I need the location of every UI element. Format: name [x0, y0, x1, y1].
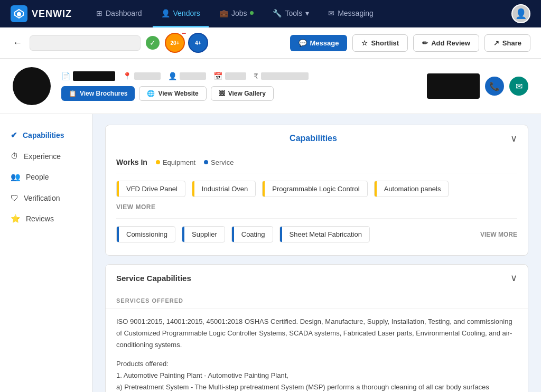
- shortlist-label: Shortlist: [371, 39, 399, 47]
- nav-dashboard[interactable]: ⊞ Dashboard: [88, 0, 151, 27]
- jobs-icon: 💼: [219, 9, 228, 17]
- service-capabilities-chevron: ∨: [510, 272, 517, 284]
- service-description-2: Products offered: 1. Automotive Painting…: [116, 358, 517, 392]
- view-brochures-label: View Brochures: [80, 90, 127, 97]
- svg-marker-1: [17, 12, 21, 17]
- badge-orange[interactable]: 20+: [165, 33, 185, 53]
- verification-label: Verification: [24, 194, 60, 202]
- nav-jobs[interactable]: 💼 Jobs: [211, 0, 263, 27]
- vendors-icon: 👤: [161, 9, 170, 17]
- meta-date: 📅: [213, 72, 246, 80]
- tag-plc-text: Programmable Logic Control: [265, 181, 367, 197]
- nav-vendors-label: Vendors: [173, 9, 200, 17]
- view-more-equipment[interactable]: VIEW MORE: [116, 201, 517, 213]
- meta-location: 📍: [123, 72, 161, 80]
- sidebar-item-reviews[interactable]: ⭐ Reviews: [0, 208, 92, 229]
- share-label: Share: [502, 39, 521, 47]
- sidebar-item-people[interactable]: 👥 People: [0, 166, 92, 188]
- people-label: People: [26, 173, 49, 181]
- service-capabilities-card: Service Capabilities ∨ SERVICES OFFERED …: [105, 264, 528, 392]
- meta-location-block: [134, 72, 161, 80]
- search-input[interactable]: [30, 35, 141, 51]
- user-avatar[interactable]: 👤: [511, 4, 530, 23]
- experience-icon: ⏱: [11, 152, 18, 161]
- main-layout: ✔ Capabilities ⏱ Experience 👥 People 🛡 V…: [0, 114, 541, 392]
- legend-service-label: Service: [211, 158, 234, 166]
- profile-info: 📄 📍 👤 📅 ₹ 📋 View Broch: [61, 71, 416, 101]
- tag-automation-text: Automation panels: [377, 181, 449, 197]
- nav-dashboard-label: Dashboard: [106, 9, 142, 17]
- people-sidebar-icon: 👥: [11, 172, 21, 182]
- view-gallery-button[interactable]: 🖼 View Gallery: [211, 86, 274, 101]
- phone-icon: 📞: [489, 81, 500, 91]
- meta-currency: ₹: [254, 72, 309, 80]
- badge-blue[interactable]: 4+: [188, 33, 208, 53]
- back-button[interactable]: ←: [11, 35, 24, 51]
- view-website-button[interactable]: 🌐 View Website: [139, 86, 206, 101]
- badge-orange-label: 20+: [171, 40, 180, 46]
- legend-equipment: Equipment: [156, 158, 195, 166]
- add-review-button[interactable]: ✏ Add Review: [413, 34, 479, 52]
- works-in-label: Works In: [116, 158, 147, 166]
- message-button[interactable]: 💬 Message: [290, 35, 348, 51]
- service-capabilities-title: Service Capabilities: [116, 274, 510, 283]
- view-brochures-button[interactable]: 📋 View Brochures: [61, 86, 135, 101]
- people-icon: 👤: [168, 72, 177, 80]
- meta-people: 👤: [168, 72, 206, 80]
- sidebar-item-capabilities[interactable]: ✔ Capabilities: [0, 125, 92, 146]
- tag-automation: Automation panels: [374, 181, 449, 197]
- profile-header: 📄 📍 👤 📅 ₹ 📋 View Broch: [0, 59, 541, 114]
- tools-icon: 🔧: [273, 9, 282, 17]
- meta-currency-block: [261, 72, 309, 80]
- jobs-dot: [250, 11, 254, 15]
- shortlist-button[interactable]: ☆ Shortlist: [352, 34, 408, 52]
- tools-dropdown-icon: ▾: [305, 9, 309, 17]
- divider: [116, 218, 517, 219]
- nav-tools[interactable]: 🔧 Tools ▾: [264, 0, 318, 27]
- sidebar-item-experience[interactable]: ⏱ Experience: [0, 146, 92, 166]
- toolbar: ← ✓ 20+ 4+ 💬 Message ☆ Shortlist ✏ Add R…: [0, 27, 541, 59]
- nav-messaging[interactable]: ✉ Messaging: [320, 0, 382, 27]
- service-tags-row: Comissioning Supplier Coating Sheet Meta…: [116, 226, 517, 242]
- capabilities-header[interactable]: Capabilities ∨: [106, 125, 528, 152]
- service-text: ISO 9001:2015, 14001:2015, 45001:2018 OS…: [106, 309, 528, 392]
- experience-label: Experience: [24, 152, 61, 161]
- capabilities-title: Capabilities: [116, 134, 510, 143]
- nav-tools-label: Tools: [285, 9, 302, 17]
- company-badge: [427, 73, 480, 99]
- website-icon: 🌐: [147, 90, 155, 97]
- tag-industrial-oven-text: Industrial Oven: [194, 181, 255, 197]
- badge-blue-label: 4+: [195, 40, 201, 46]
- meta-people-block: [180, 72, 206, 80]
- add-review-label: Add Review: [431, 39, 470, 47]
- message-label: Message: [310, 39, 339, 47]
- share-icon: ↗: [493, 39, 499, 47]
- rupee-icon: ₹: [254, 72, 258, 80]
- tag-sheet-metal: Sheet Metal Fabrication: [279, 226, 370, 242]
- top-navigation: VENWIZ ⊞ Dashboard 👤 Vendors 💼 Jobs 🔧 To…: [0, 0, 541, 27]
- logo-icon: [11, 5, 27, 22]
- gallery-icon: 🖼: [219, 90, 225, 97]
- capabilities-icon: ✔: [11, 130, 17, 140]
- view-more-service[interactable]: VIEW MORE: [480, 231, 517, 238]
- tag-industrial-oven: Industrial Oven: [192, 181, 256, 197]
- share-button[interactable]: ↗ Share: [484, 34, 530, 52]
- tag-plc: Programmable Logic Control: [262, 181, 367, 197]
- profile-meta: 📄 📍 👤 📅 ₹: [61, 71, 416, 81]
- tag-vfd: VFD Drive Panel: [116, 181, 185, 197]
- email-button[interactable]: ✉: [509, 77, 528, 96]
- tag-supplier-text: Supplier: [184, 227, 225, 242]
- nav-vendors[interactable]: 👤 Vendors: [153, 0, 209, 27]
- phone-button[interactable]: 📞: [485, 77, 504, 96]
- sidebar-item-verification[interactable]: 🛡 Verification: [0, 188, 92, 208]
- logo[interactable]: VENWIZ: [11, 5, 72, 22]
- service-capabilities-header[interactable]: Service Capabilities ∨: [106, 265, 528, 291]
- tag-sheet-metal-text: Sheet Metal Fabrication: [282, 227, 369, 242]
- services-offered-label: SERVICES OFFERED: [106, 291, 528, 309]
- verification-icon: 🛡: [11, 193, 18, 202]
- document-icon: 📄: [61, 72, 70, 80]
- message-icon: 💬: [299, 39, 307, 47]
- location-icon: 📍: [123, 72, 132, 80]
- pencil-icon: ✏: [422, 39, 428, 47]
- tag-vfd-text: VFD Drive Panel: [119, 181, 185, 197]
